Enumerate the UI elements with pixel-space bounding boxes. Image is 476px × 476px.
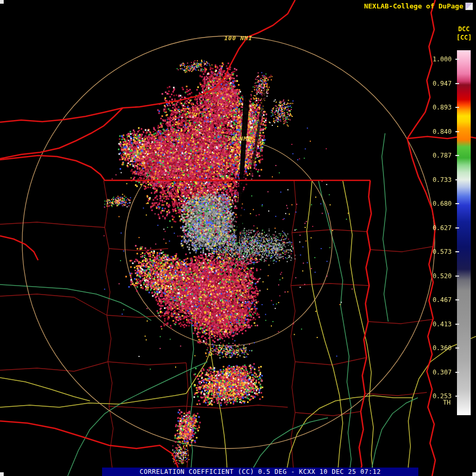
range-ring-label-50nmi: 50 NMI [227, 135, 252, 142]
colorbar-product-code: DCC [458, 25, 470, 33]
page-title: NEXLAB-College of DuPage [364, 2, 463, 10]
product-caption: CORRELATION COEFFICIENT (CC) 0.5 DEG - K… [102, 468, 418, 476]
cod-logo-icon [465, 3, 473, 10]
map-line-border [0, 155, 370, 180]
map-line-border [0, 0, 295, 122]
corner-mark [0, 0, 4, 4]
map-line-border [407, 0, 435, 139]
radar-display: NEXLAB-College of DuPage DCC [CC] 1.0000… [0, 0, 476, 476]
range-ring-label-100nmi: 100 NMI [224, 35, 252, 42]
corner-mark [0, 472, 4, 476]
colorbar-scale [457, 50, 471, 415]
corner-mark [472, 472, 476, 476]
map-line-border [0, 236, 38, 260]
colorbar-threshold-label: TH [443, 399, 451, 406]
map-line-border [0, 108, 123, 159]
map-line-border [407, 139, 435, 476]
colorbar-units-label: [CC] [456, 34, 472, 41]
map-over-svg [0, 0, 476, 476]
map-line-border [359, 180, 371, 476]
